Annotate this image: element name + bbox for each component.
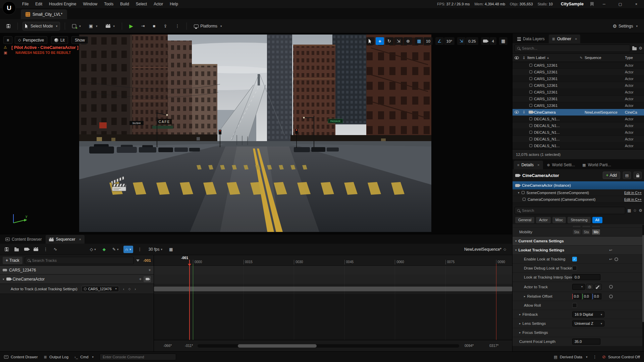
grid-snap-value[interactable]: 10	[424, 37, 433, 45]
track-lane[interactable]	[154, 275, 512, 284]
menu-item[interactable]: File	[19, 0, 32, 8]
settings-dropdown[interactable]: ⚙ Settings ▾	[610, 22, 640, 31]
sequence-name[interactable]: NewLevelSequence* ◇	[464, 247, 509, 252]
outliner-row[interactable]: ⇩ CARS_12361 Actor	[513, 75, 644, 82]
cinematics-button[interactable]: ▾	[103, 22, 117, 31]
actions-button[interactable]: ⋮	[42, 246, 49, 253]
dropdown[interactable]: Universal Z▾	[572, 320, 604, 326]
range-end-outer[interactable]: 0317*	[489, 344, 498, 348]
tab-content-browser[interactable]: Content Browser	[2, 235, 45, 244]
launch-button[interactable]: ⇪	[161, 22, 169, 31]
mobility-option[interactable]: Sta	[572, 229, 581, 235]
menu-item[interactable]: Select	[132, 0, 150, 8]
tab-data-layers[interactable]: Data Layers	[514, 35, 548, 43]
maximize-viewport-icon[interactable]: ▦	[499, 37, 507, 45]
output-log-button[interactable]: ≣ Output Log	[44, 355, 69, 359]
expander-caret-icon[interactable]: ▸	[519, 322, 521, 325]
tab-details[interactable]: ≡ Details ×	[514, 161, 543, 169]
derived-data-dropdown[interactable]: ▤ Derived Data ▾	[554, 355, 588, 359]
menu-item[interactable]: Edit	[32, 0, 46, 8]
lit-mode-button[interactable]: Lit	[51, 36, 68, 44]
timeline-ruler[interactable]: 0000001500300045006000750090	[154, 255, 512, 266]
curve-editor-button[interactable]: ∿	[52, 246, 59, 253]
close-icon[interactable]: ×	[537, 163, 539, 167]
move-tool-button[interactable]: +	[376, 37, 384, 45]
timeline-scrollbar[interactable]	[198, 344, 459, 348]
pick-actor-icon[interactable]: ◎	[586, 284, 593, 290]
details-scrollbar[interactable]	[642, 225, 644, 362]
component-scene[interactable]: ▾ SceneComponent (SceneComponent) Edit i…	[513, 189, 644, 196]
previous-key-icon[interactable]: ‹	[123, 287, 124, 291]
expander-caret-icon[interactable]: ▾	[515, 239, 517, 243]
reset-to-default-icon[interactable]: ↩	[609, 257, 612, 261]
pin-icon[interactable]: ⇩	[523, 110, 525, 114]
visibility-eye-icon[interactable]	[515, 111, 519, 114]
console-command-input[interactable]	[100, 354, 176, 360]
track-lane[interactable]	[154, 284, 512, 294]
playback-options-button[interactable]: ⋮	[136, 246, 144, 253]
add-component-button[interactable]: +Add	[603, 172, 620, 179]
filter-pill[interactable]: All	[592, 217, 602, 223]
outliner-row[interactable]: ⇩ CARS_12361 Actor	[513, 69, 644, 75]
outliner-row[interactable]: ⇩ CARS_12361 Actor	[513, 82, 644, 89]
rotation-snap-value[interactable]: 10°	[444, 37, 454, 45]
thumbnails-button[interactable]: ▦	[167, 246, 175, 253]
rotation-snap-icon[interactable]: ∠	[435, 37, 444, 45]
eyedropper-icon[interactable]	[594, 284, 602, 290]
close-icon[interactable]: ×	[79, 237, 81, 241]
add-section-icon[interactable]: +	[139, 277, 142, 282]
platforms-dropdown[interactable]: Platforms ▾	[192, 22, 224, 31]
track-filter-icon[interactable]	[136, 259, 140, 263]
outliner-row[interactable]: ⇩ DECALS_N1... Actor	[513, 142, 644, 149]
menu-item[interactable]: Houdini Engine	[46, 0, 79, 8]
details-search-input[interactable]: Search	[515, 207, 625, 214]
frame-skip-button[interactable]: ⇥	[139, 22, 147, 31]
browse-button[interactable]	[13, 246, 20, 253]
auto-key-button[interactable]: ◆	[101, 246, 108, 253]
favorites-star-icon[interactable]: ☆	[633, 208, 637, 213]
close-icon[interactable]: ×	[575, 37, 577, 41]
keyframe-options-button[interactable]: ◇▾	[88, 246, 98, 253]
outliner-row[interactable]: ⇩ DECALS_N1... Actor	[513, 129, 644, 136]
details-settings-icon[interactable]: ⚙	[639, 208, 642, 213]
actor-dropdown[interactable]: ▾	[572, 284, 585, 290]
blueprints-button[interactable]: ▣▾	[87, 22, 100, 31]
tab-sequencer[interactable]: Sequencer ×	[46, 235, 84, 244]
filter-pill[interactable]: Misc	[552, 217, 566, 223]
range-start-outer[interactable]: -066*	[163, 344, 172, 348]
render-movie-button[interactable]	[33, 246, 39, 253]
stop-button[interactable]: ■	[151, 22, 158, 31]
track-lane[interactable]	[154, 266, 512, 275]
outliner-settings-icon[interactable]: ⚙	[639, 46, 642, 51]
save-button[interactable]	[4, 22, 13, 31]
menu-item[interactable]: Window	[79, 0, 101, 8]
vector-x-field[interactable]: 0.0	[572, 294, 581, 299]
snap-toggle-button[interactable]: ∩▾	[123, 246, 133, 253]
mobility-option[interactable]: Sta	[582, 229, 591, 235]
menu-item[interactable]: Help	[166, 0, 181, 8]
add-section-icon[interactable]: +	[148, 267, 151, 273]
component-camera[interactable]: CameraComponent (CameraComponent) Edit i…	[513, 196, 644, 203]
outliner-row[interactable]: ⇩ CARS_12361 Actor	[513, 62, 644, 69]
track-row-cinecamera[interactable]: ▾ CineCameraActor +	[0, 275, 154, 284]
fps-dropdown[interactable]: 30 fps▾	[147, 246, 164, 253]
vector-z-field[interactable]: 0.0	[592, 294, 601, 299]
expander-caret-icon[interactable]: ▸	[519, 331, 521, 334]
details-row-lookat-tracking-settings[interactable]: ▾Lookat Tracking Settings↩	[513, 246, 644, 255]
column-type[interactable]: Type	[625, 56, 644, 60]
perspective-button[interactable]: ◇ Perspective	[15, 36, 47, 44]
actor-to-track-value-dropdown[interactable]: CARS_123476 ▾	[82, 286, 119, 292]
track-row-actor-to-track[interactable]: Actor to Track (Lookat Tracking Settings…	[0, 284, 154, 294]
tab-world-settings[interactable]: ⊕ World Setti...	[544, 161, 579, 169]
component-root[interactable]: CineCameraActor (Instance)	[513, 181, 644, 189]
maximize-button[interactable]: ▢	[614, 0, 626, 8]
level-tab[interactable]: Small_City_LVL*	[21, 9, 67, 19]
number-field[interactable]: 0.0	[572, 274, 600, 280]
outliner-row[interactable]: ⇩ DECALS_N1... Actor	[513, 136, 644, 142]
reset-to-default-icon[interactable]: ↩	[609, 248, 612, 252]
expander-caret-icon[interactable]: ▾	[3, 278, 4, 281]
outliner-row[interactable]: ⇩ DECALS_N1... Actor	[513, 122, 644, 129]
number-field[interactable]: 35.0	[572, 339, 600, 345]
range-end-inner[interactable]: 0094*	[465, 344, 474, 348]
range-start-inner[interactable]: -011*	[185, 344, 193, 348]
